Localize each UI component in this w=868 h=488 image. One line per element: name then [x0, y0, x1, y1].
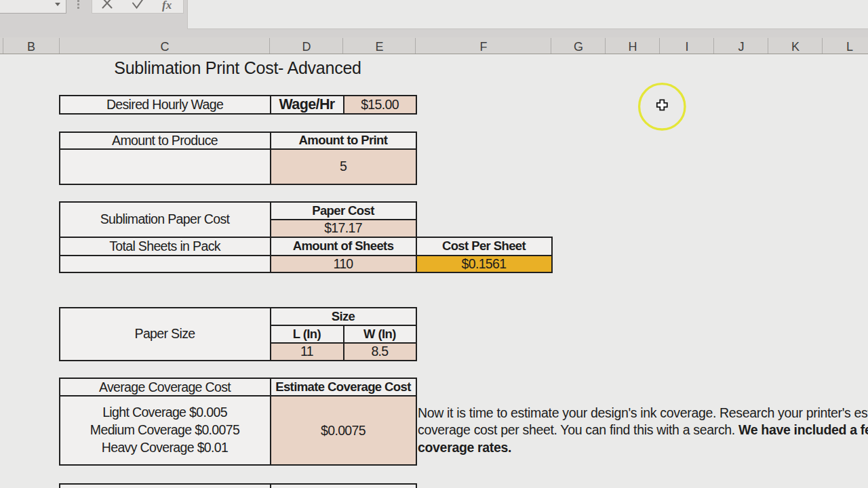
- svg-text:fx: fx: [162, 0, 172, 12]
